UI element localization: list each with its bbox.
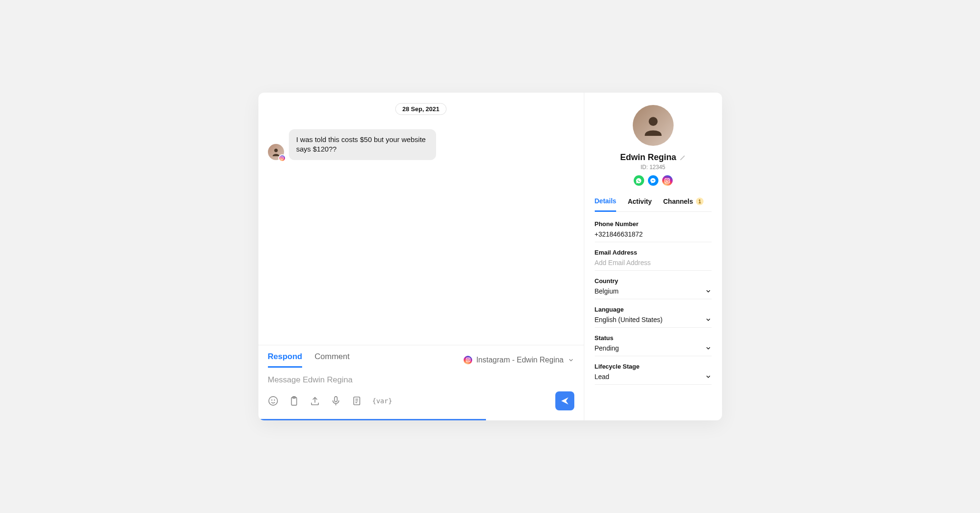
- contact-panel: Edwin Regina ID: 12345 D: [584, 93, 722, 420]
- message-input[interactable]: Message Edwin Regina: [258, 368, 584, 388]
- chevron-down-icon: [705, 345, 712, 352]
- svg-point-18: [649, 117, 657, 125]
- svg-point-2: [281, 157, 283, 159]
- instagram-icon[interactable]: [662, 175, 673, 186]
- contact-name: Edwin Regina: [620, 152, 676, 162]
- messenger-icon[interactable]: [648, 175, 658, 186]
- person-silhouette-icon: [641, 114, 665, 137]
- composer-tabs-row: Respond Comment Instagram - Edwin Regina: [258, 345, 584, 368]
- svg-point-3: [283, 157, 283, 157]
- channel-picker-label: Instagram - Edwin Regina: [476, 356, 563, 364]
- field-status: Status Pending: [595, 334, 712, 356]
- contact-id: ID: 12345: [640, 164, 665, 171]
- toolbar-left: {var}: [268, 396, 392, 406]
- send-button[interactable]: [555, 391, 574, 410]
- tab-respond[interactable]: Respond: [268, 352, 303, 368]
- edit-name-button[interactable]: [679, 154, 686, 161]
- field-email: Email Address Add Email Address: [595, 249, 712, 271]
- whatsapp-icon[interactable]: [634, 175, 644, 186]
- message-bubble: I was told this costs $50 but your websi…: [289, 129, 436, 160]
- tab-comment[interactable]: Comment: [314, 352, 350, 368]
- contact-fields: Phone Number +321846631872 Email Address…: [595, 220, 712, 385]
- svg-rect-1: [280, 156, 284, 160]
- variable-icon[interactable]: {var}: [372, 397, 392, 405]
- contact-channels: [634, 175, 673, 186]
- field-placeholder[interactable]: Add Email Address: [595, 259, 651, 266]
- contact-name-row: Edwin Regina: [620, 152, 685, 162]
- chevron-down-icon: [705, 373, 712, 380]
- svg-point-6: [469, 359, 469, 359]
- instagram-badge-icon: [278, 154, 286, 162]
- app-window: 28 Sep, 2021 I was told this costs $50 b…: [258, 93, 722, 420]
- svg-rect-4: [466, 358, 470, 361]
- channels-badge: 1: [696, 198, 704, 205]
- svg-point-9: [274, 400, 275, 400]
- progress-bar: [258, 419, 486, 420]
- chevron-down-icon: [568, 357, 574, 363]
- svg-point-7: [268, 397, 277, 405]
- country-select[interactable]: Belgium: [595, 287, 712, 295]
- svg-point-8: [271, 400, 272, 400]
- field-label: Language: [595, 306, 712, 313]
- status-select[interactable]: Pending: [595, 344, 712, 352]
- snippet-icon[interactable]: [352, 396, 362, 406]
- svg-point-21: [668, 179, 669, 179]
- upload-icon[interactable]: [310, 396, 320, 406]
- pencil-icon: [679, 154, 686, 161]
- channel-picker[interactable]: Instagram - Edwin Regina: [464, 356, 574, 364]
- tab-activity[interactable]: Activity: [628, 197, 652, 211]
- instagram-icon: [464, 356, 472, 364]
- chat-column: 28 Sep, 2021 I was told this costs $50 b…: [258, 93, 584, 420]
- chat-body: 28 Sep, 2021 I was told this costs $50 b…: [258, 93, 584, 345]
- field-country: Country Belgium: [595, 277, 712, 299]
- emoji-icon[interactable]: [268, 396, 278, 406]
- field-label: Country: [595, 277, 712, 285]
- date-chip: 28 Sep, 2021: [395, 103, 447, 115]
- svg-point-20: [666, 180, 668, 181]
- field-label: Phone Number: [595, 220, 712, 228]
- composer: Respond Comment Instagram - Edwin Regina…: [258, 345, 584, 420]
- field-value: Belgium: [595, 287, 619, 295]
- tab-channels-label: Channels: [663, 198, 693, 205]
- svg-point-0: [274, 149, 277, 152]
- tab-details[interactable]: Details: [595, 197, 617, 212]
- field-phone: Phone Number +321846631872: [595, 220, 712, 242]
- field-language: Language English (United States): [595, 306, 712, 328]
- field-lifecycle: Lifecycle Stage Lead: [595, 363, 712, 385]
- clipboard-icon[interactable]: [289, 396, 299, 406]
- message-row: I was told this costs $50 but your websi…: [268, 129, 574, 160]
- message-avatar[interactable]: [268, 144, 284, 160]
- svg-point-5: [467, 359, 469, 361]
- svg-rect-19: [665, 178, 670, 183]
- language-select[interactable]: English (United States): [595, 316, 712, 323]
- field-label: Status: [595, 334, 712, 342]
- contact-avatar[interactable]: [633, 105, 674, 146]
- field-label: Email Address: [595, 249, 712, 256]
- svg-rect-12: [334, 397, 337, 402]
- send-icon: [560, 396, 570, 406]
- field-value[interactable]: +321846631872: [595, 230, 643, 238]
- microphone-icon[interactable]: [331, 396, 341, 406]
- contact-profile: Edwin Regina ID: 12345: [595, 105, 712, 186]
- chevron-down-icon: [705, 316, 712, 323]
- composer-tabs: Respond Comment: [268, 352, 350, 368]
- composer-toolbar: {var}: [258, 388, 584, 419]
- field-value: Pending: [595, 344, 619, 352]
- field-label: Lifecycle Stage: [595, 363, 712, 370]
- chevron-down-icon: [705, 288, 712, 294]
- field-value: English (United States): [595, 316, 663, 323]
- tab-channels[interactable]: Channels 1: [663, 197, 704, 211]
- field-value: Lead: [595, 373, 609, 380]
- side-tabs: Details Activity Channels 1: [595, 197, 712, 212]
- lifecycle-select[interactable]: Lead: [595, 373, 712, 380]
